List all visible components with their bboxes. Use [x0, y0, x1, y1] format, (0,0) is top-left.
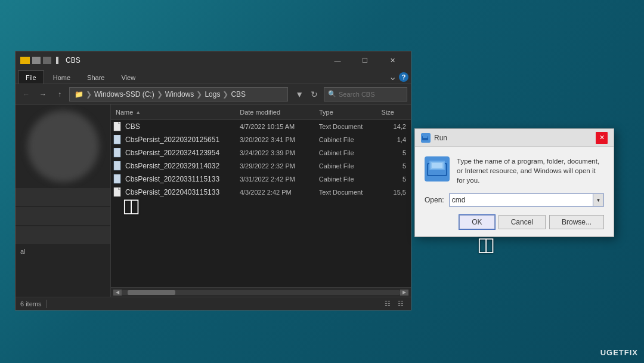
sidebar-item-3: [16, 226, 110, 244]
col-header-size[interactable]: Size: [377, 109, 411, 116]
run-dialog: Run ✕ Type the name of a program, folder…: [414, 128, 614, 237]
breadcrumb-cbs: CBS: [231, 90, 246, 99]
details-view-button[interactable]: ☷: [382, 299, 393, 309]
svg-rect-14: [432, 163, 442, 168]
scroll-left-button[interactable]: ◀: [113, 290, 122, 296]
scrollbar-thumb[interactable]: [128, 290, 175, 295]
window-controls: — ☐ ✕: [324, 51, 406, 69]
ribbon: File Home Share View ⌄ ?: [16, 69, 411, 84]
close-button[interactable]: ✕: [379, 51, 406, 69]
search-box[interactable]: 🔍: [324, 87, 407, 101]
breadcrumb-drive: Windows-SSD (C:): [94, 90, 154, 99]
refresh-button[interactable]: ↻: [307, 87, 321, 101]
run-dialog-header: Type the name of a program, folder, docu…: [425, 156, 604, 185]
maximize-button[interactable]: ☐: [351, 51, 379, 69]
file-size-1: 1,4: [377, 136, 411, 143]
col-header-date[interactable]: Date modified: [235, 109, 314, 116]
sidebar-item-1: [16, 188, 110, 206]
file-list: Name ▲ Date modified Type Size CBS: [111, 104, 411, 297]
file-type-4: Cabinet File: [314, 176, 377, 183]
file-name-1: CbsPersist_20220320125651: [111, 135, 235, 144]
sidebar: al: [16, 104, 111, 297]
run-dropdown-button[interactable]: ▼: [593, 193, 604, 207]
tab-share[interactable]: Share: [79, 70, 112, 84]
file-size-5: 15,5: [377, 189, 411, 196]
run-dialog-title: Run: [434, 134, 596, 142]
file-size-3: 5: [377, 162, 411, 170]
file-date-3: 3/29/2022 2:32 PM: [235, 162, 314, 170]
tab-view[interactable]: View: [113, 70, 143, 84]
file-items: CBS 4/7/2022 10:15 AM Text Document 14,2…: [111, 120, 411, 287]
folder-icon: [20, 57, 30, 64]
status-right: ☷ ☷: [382, 299, 406, 309]
explorer-window: CBS — ☐ ✕ File Home Share View ⌄ ? ← → ↑…: [15, 51, 411, 310]
app-icon-1: [32, 57, 41, 64]
table-row[interactable]: CbsPersist_20220331115133 3/31/2022 2:42…: [111, 173, 411, 186]
back-button[interactable]: ←: [19, 87, 33, 101]
run-open-row: Open: ▼: [425, 193, 604, 207]
app-icon-2: [43, 57, 51, 64]
table-row[interactable]: CbsPersist_20220324123954 3/24/2022 3:39…: [111, 146, 411, 159]
file-name-5: CbsPersist_20220403115133: [111, 187, 235, 197]
run-open-input[interactable]: [449, 193, 593, 207]
file-type-5: Text Document: [314, 189, 377, 196]
svg-rect-9: [423, 135, 428, 138]
up-button[interactable]: ↑: [52, 87, 67, 101]
file-type-0: Text Document: [314, 123, 377, 130]
forward-button[interactable]: →: [36, 87, 50, 101]
breadcrumb-logs: Logs: [205, 90, 220, 99]
file-date-0: 4/7/2022 10:15 AM: [235, 123, 314, 130]
svg-rect-0: [114, 122, 120, 131]
title-bar-icons: [20, 57, 51, 64]
breadcrumb-windows: Windows: [165, 90, 194, 99]
file-date-4: 3/31/2022 2:42 PM: [235, 176, 314, 183]
status-divider: [46, 300, 47, 308]
address-dropdown-button[interactable]: ▼: [293, 90, 306, 99]
breadcrumb-root: 📁: [75, 90, 83, 99]
address-bar: ← → ↑ 📁 ❯ Windows-SSD (C:) ❯ Windows ❯ L…: [16, 84, 411, 104]
tab-file[interactable]: File: [18, 70, 44, 84]
run-dialog-close-button[interactable]: ✕: [596, 132, 608, 144]
address-input[interactable]: 📁 ❯ Windows-SSD (C:) ❯ Windows ❯ Logs ❯ …: [69, 87, 288, 101]
run-input-wrapper: ▼: [449, 193, 604, 207]
sidebar-profile: [27, 110, 99, 182]
browse-button[interactable]: Browse...: [549, 215, 604, 229]
expand-ribbon-button[interactable]: ⌄: [389, 71, 397, 82]
scrollbar-track: [122, 290, 400, 295]
sidebar-label: al: [16, 245, 110, 257]
file-type-3: Cabinet File: [314, 162, 377, 170]
table-row[interactable]: CbsPersist_20220320125651 3/20/2022 3:41…: [111, 133, 411, 146]
col-header-type[interactable]: Type: [314, 109, 377, 116]
file-icon-cab-4: [113, 174, 122, 184]
help-button[interactable]: ?: [399, 72, 408, 82]
large-icons-view-button[interactable]: ☷: [395, 299, 406, 309]
file-type-2: Cabinet File: [314, 149, 377, 156]
sort-indicator: ▲: [135, 109, 141, 115]
file-name-4: CbsPersist_20220331115133: [111, 174, 235, 184]
table-row[interactable]: CbsPersist_20220329114032 3/29/2022 2:32…: [111, 159, 411, 173]
search-input[interactable]: [339, 91, 403, 98]
content-area: al Name ▲ Date modified Type Size: [16, 104, 411, 297]
title-separator: [56, 57, 58, 64]
col-header-name[interactable]: Name ▲: [111, 109, 235, 116]
ribbon-tabs: File Home Share View ⌄ ?: [16, 69, 411, 84]
file-icon-doc: [113, 122, 122, 131]
file-icon-cab-1: [113, 135, 122, 144]
tab-home[interactable]: Home: [45, 70, 78, 84]
file-date-1: 3/20/2022 3:41 PM: [235, 136, 314, 143]
file-list-header: Name ▲ Date modified Type Size: [111, 104, 411, 120]
table-row[interactable]: CbsPersist_20220403115133 4/3/2022 2:42 …: [111, 186, 411, 199]
run-dialog-buttons: OK Cancel Browse...: [425, 215, 604, 229]
search-icon: 🔍: [328, 90, 336, 98]
cancel-button[interactable]: Cancel: [499, 215, 546, 229]
run-dialog-body: Type the name of a program, folder, docu…: [415, 147, 614, 236]
svg-rect-6: [114, 187, 120, 196]
table-row[interactable]: CBS 4/7/2022 10:15 AM Text Document 14,2: [111, 120, 411, 133]
status-item-count: 6 items: [20, 300, 41, 307]
file-date-5: 4/3/2022 2:42 PM: [235, 189, 314, 196]
ok-button[interactable]: OK: [459, 215, 494, 229]
minimize-button[interactable]: —: [324, 51, 351, 69]
scroll-right-button[interactable]: ▶: [400, 290, 408, 296]
horizontal-scrollbar[interactable]: ◀ ▶: [111, 287, 411, 297]
file-date-2: 3/24/2022 3:39 PM: [235, 149, 314, 156]
